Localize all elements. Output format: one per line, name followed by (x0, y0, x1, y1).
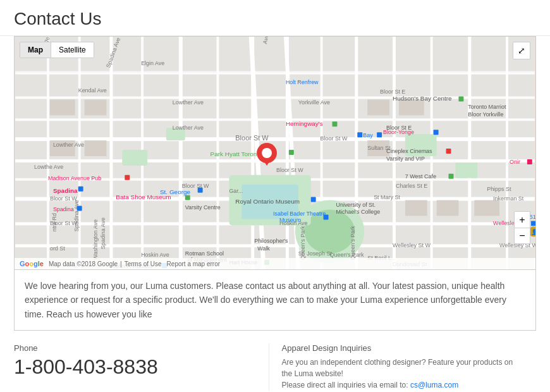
svg-text:Lowther Ave: Lowther Ave (173, 125, 204, 131)
map-footer: Google Map data ©2018 Google | Terms of … (15, 258, 535, 269)
svg-rect-84 (311, 197, 316, 202)
svg-rect-107 (446, 149, 451, 154)
svg-rect-15 (179, 37, 183, 269)
description-box: We love hearing from you, our Luma custo… (14, 270, 536, 331)
apparel-desc1: Are you an independent clothing designer… (282, 358, 513, 378)
svg-text:Varsity Centre: Varsity Centre (185, 205, 221, 211)
svg-text:Hemingway's: Hemingway's (286, 120, 323, 127)
svg-rect-74 (78, 187, 83, 192)
svg-text:Bloor Yorkville: Bloor Yorkville (468, 111, 503, 118)
svg-text:ord St: ord St (50, 245, 65, 252)
svg-rect-133 (527, 159, 532, 164)
svg-text:Museum: Museum (279, 217, 301, 223)
svg-rect-43 (437, 200, 459, 216)
svg-text:Cineplex Cinemas: Cineplex Cinemas (386, 148, 432, 154)
svg-text:Michael's College: Michael's College (336, 209, 380, 215)
svg-rect-100 (458, 96, 463, 101)
svg-text:Hoskin Ave: Hoskin Ave (141, 252, 169, 258)
svg-rect-38 (85, 140, 107, 156)
svg-rect-35 (50, 99, 75, 115)
svg-rect-87 (324, 214, 329, 219)
google-logo: Google (20, 260, 44, 267)
svg-rect-24 (506, 37, 508, 269)
svg-text:Spadina Ave: Spadina Ave (73, 200, 80, 231)
svg-text:St Mary St: St Mary St (374, 194, 400, 200)
map-image: George St Spadina Ave Elgin Ave Avenue R… (15, 37, 535, 269)
svg-text:Madison Avenue Pub: Madison Avenue Pub (48, 175, 101, 181)
svg-text:Inkerman St: Inkerman St (493, 195, 524, 202)
svg-text:Kendal Ave: Kendal Ave (78, 87, 107, 94)
svg-text:St. Joseph St: St. Joseph St (298, 250, 333, 257)
svg-rect-11 (47, 37, 49, 269)
map-fullscreen-button[interactable]: ⤢ (513, 42, 530, 59)
svg-text:Holt Renfrew: Holt Renfrew (286, 79, 319, 85)
svg-text:Spadina Ave: Spadina Ave (100, 217, 106, 249)
svg-rect-109 (449, 174, 454, 179)
svg-rect-111 (531, 221, 535, 226)
svg-text:Phipps St: Phipps St (487, 186, 511, 192)
svg-text:Toronto Marriot: Toronto Marriot (468, 104, 506, 110)
svg-text:Wellesley St W: Wellesley St W (393, 242, 431, 248)
phone-column: Phone 1-800-403-8838 (14, 343, 269, 391)
svg-text:St. George: St. George (160, 188, 191, 195)
svg-text:Bay: Bay (363, 132, 373, 138)
svg-rect-76 (77, 206, 82, 211)
map-data-text: Map data ©2018 Google (49, 260, 118, 267)
svg-text:Rotman School: Rotman School (185, 250, 224, 257)
svg-rect-98 (289, 150, 294, 155)
svg-text:Spadina: Spadina (53, 206, 74, 212)
svg-text:University of St.: University of St. (336, 202, 376, 208)
svg-text:Hudson's Bay Centre: Hudson's Bay Centre (393, 95, 452, 102)
svg-rect-4 (15, 118, 535, 121)
map-tab-map[interactable]: Map (20, 42, 51, 58)
apparel-email-link[interactable]: cs@luma.com (410, 381, 458, 389)
svg-text:Royal Ontario Museum: Royal Ontario Museum (235, 198, 300, 205)
svg-text:Lowther Ave: Lowther Ave (53, 142, 84, 148)
svg-text:Walk: Walk (257, 245, 270, 252)
svg-text:7 West Cafe: 7 West Cafe (405, 173, 436, 180)
svg-text:Isabel Bader Theatre: Isabel Bader Theatre (273, 211, 326, 217)
apparel-title: Apparel Design Inquiries (282, 343, 524, 353)
svg-text:Lowther Ave: Lowther Ave (173, 99, 204, 106)
map-zoom-controls: + − (514, 211, 530, 244)
svg-text:Elgin Ave: Elgin Ave (141, 60, 164, 66)
svg-rect-34 (455, 162, 477, 178)
svg-text:Bloor St E: Bloor St E (380, 89, 405, 95)
svg-rect-23 (468, 37, 471, 269)
svg-rect-44 (474, 200, 499, 216)
svg-rect-39 (367, 99, 389, 115)
svg-rect-31 (122, 150, 147, 166)
svg-text:👤: 👤 (531, 228, 535, 236)
svg-rect-104 (434, 130, 439, 135)
svg-text:Bloor St W: Bloor St W (235, 134, 269, 142)
description-text: We love hearing from you, our Luma custo… (25, 279, 525, 321)
svg-rect-13 (109, 37, 113, 269)
svg-point-137 (262, 148, 272, 158)
apparel-description: Are you an independent clothing designer… (282, 357, 524, 391)
map-tabs: Map Satellite (20, 42, 94, 58)
zoom-in-button[interactable]: + (514, 211, 530, 228)
map-tab-satellite[interactable]: Satellite (51, 42, 94, 58)
svg-text:Varsity and VIP: Varsity and VIP (386, 156, 425, 162)
svg-rect-3 (15, 96, 535, 99)
map-report-link[interactable]: Report a map error (167, 260, 220, 267)
svg-rect-2 (15, 71, 535, 73)
apparel-desc2: Please direct all inquiries via email to… (282, 381, 408, 389)
page-title: Contact Us (0, 0, 550, 36)
svg-rect-80 (198, 188, 203, 193)
svg-text:Bloor St W: Bloor St W (321, 135, 348, 142)
svg-text:Spadina: Spadina (53, 187, 78, 194)
svg-text:Queen's Park: Queen's Park (350, 226, 356, 260)
map-terms-link[interactable]: Terms of Use (125, 260, 162, 267)
svg-text:Gar...: Gar... (229, 188, 243, 194)
contact-info-section: Phone 1-800-403-8838 Apparel Design Inqu… (14, 343, 536, 391)
svg-rect-12 (78, 37, 81, 269)
apparel-column: Apparel Design Inquiries Are you an inde… (269, 343, 537, 391)
phone-label: Phone (14, 343, 256, 353)
zoom-out-button[interactable]: − (514, 228, 530, 244)
svg-text:Philosopher's: Philosopher's (254, 238, 288, 244)
svg-rect-128 (357, 132, 362, 137)
svg-rect-127 (333, 121, 338, 126)
map-separator: | (120, 260, 122, 267)
svg-text:Bloor St W: Bloor St W (276, 167, 303, 173)
